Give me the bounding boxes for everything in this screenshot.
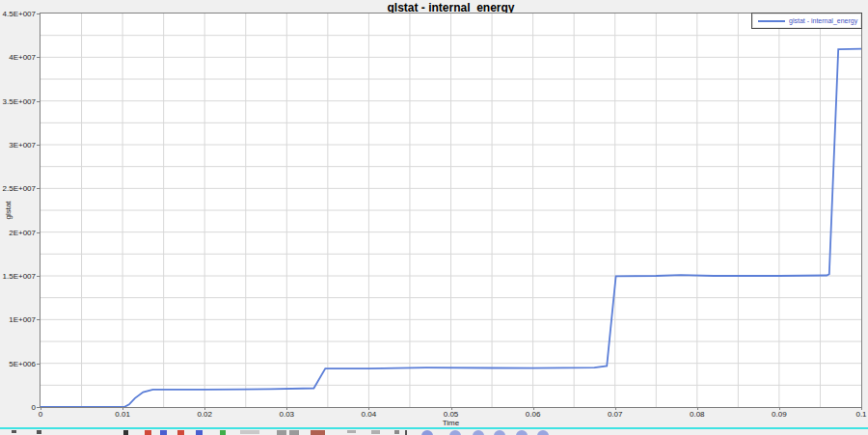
y-tick-mark (37, 364, 41, 365)
toolbar-icon-fragment[interactable] (12, 430, 16, 433)
y-tick-mark (37, 57, 41, 58)
x-tick-mark (286, 407, 287, 410)
toolbar-icon-fragment[interactable] (289, 430, 299, 435)
y-tick-label: 1E+007 (0, 315, 36, 324)
toolbar-icon-fragment[interactable] (240, 430, 259, 434)
y-tick-mark (37, 276, 41, 277)
bottom-toolbar (0, 427, 868, 435)
y-tick-mark (37, 101, 41, 102)
toolbar-icon-fragment[interactable] (421, 430, 433, 435)
y-tick-mark (37, 188, 41, 189)
toolbar-icon-fragment[interactable] (516, 430, 528, 435)
y-axis-title: glstat (4, 195, 14, 226)
toolbar-icon-fragment[interactable] (220, 430, 226, 435)
y-tick-mark (37, 145, 41, 146)
toolbar-icon-fragment[interactable] (277, 430, 286, 435)
x-tick-label: 0.1 (842, 410, 868, 419)
y-tick-label: 4E+007 (0, 53, 36, 62)
y-tick-mark (37, 232, 41, 233)
x-tick-mark (204, 407, 205, 410)
x-tick-mark (41, 407, 41, 410)
plot-canvas[interactable] (41, 14, 861, 407)
plot-window: glstat - internal_energy 05E+0061E+0071.… (0, 0, 868, 435)
toolbar-icon-fragment[interactable] (123, 430, 128, 435)
y-tick-label: 5E+006 (0, 360, 36, 368)
y-tick-label: 3.5E+007 (0, 97, 36, 106)
toolbar-icon-fragment[interactable] (37, 430, 41, 434)
y-tick-label: 2.5E+007 (0, 184, 36, 193)
toolbar-icon-fragment[interactable] (311, 430, 325, 435)
x-tick-mark (533, 407, 534, 410)
toolbar-icon-fragment[interactable] (405, 430, 407, 435)
x-tick-mark (697, 407, 698, 410)
toolbar-icon-fragment[interactable] (371, 430, 380, 434)
toolbar-icon-fragment[interactable] (494, 430, 505, 435)
legend-line-sample-icon (758, 20, 785, 22)
x-tick-mark (368, 407, 369, 410)
x-tick-mark (451, 407, 452, 410)
x-tick-label: 0.08 (678, 410, 717, 419)
toolbar-icon-fragment[interactable] (473, 430, 484, 435)
x-tick-mark (779, 407, 780, 410)
x-axis-title: Time (40, 419, 862, 427)
y-tick-mark (37, 319, 41, 320)
x-tick-label: 0.07 (596, 410, 635, 419)
y-tick-mark (37, 14, 41, 14)
y-tick-label: 3E+007 (0, 141, 36, 150)
toolbar-icon-fragment[interactable] (449, 430, 461, 435)
toolbar-icon-fragment[interactable] (177, 430, 184, 435)
x-tick-mark (122, 407, 123, 410)
y-tick-label: 4.5E+007 (0, 10, 36, 18)
legend: glstat - internal_energy (751, 13, 862, 29)
x-tick-label: 0.01 (103, 410, 142, 419)
x-tick-label: 0.03 (267, 410, 306, 419)
toolbar-icon-fragment[interactable] (537, 430, 549, 435)
toolbar-icon-fragment[interactable] (145, 430, 151, 435)
x-tick-label: 0.09 (760, 410, 799, 419)
toolbar-icon-fragment[interactable] (394, 430, 399, 434)
x-tick-label: 0.05 (432, 410, 471, 419)
toolbar-icon-fragment[interactable] (347, 430, 356, 433)
x-tick-mark (861, 407, 862, 410)
y-tick-label: 1.5E+007 (0, 272, 36, 281)
x-tick-label: 0.02 (185, 410, 224, 419)
plot-area[interactable] (40, 13, 862, 408)
x-tick-label: 0.06 (514, 410, 553, 419)
y-tick-label: 2E+007 (0, 229, 36, 237)
legend-label: glstat - internal_energy (789, 17, 857, 24)
x-tick-mark (615, 407, 616, 410)
x-tick-label: 0 (21, 410, 60, 419)
toolbar-icon-fragment[interactable] (160, 430, 167, 435)
x-tick-label: 0.04 (349, 410, 388, 419)
toolbar-icon-fragment[interactable] (196, 430, 203, 435)
